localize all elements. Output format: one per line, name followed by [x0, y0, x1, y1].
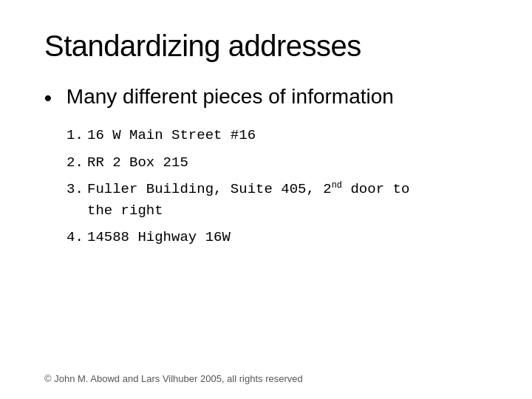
footer: © John M. Abowd and Lars Vilhuber 2005, … [44, 373, 303, 384]
numbered-list: 1. 16 W Main Street #16 2. RR 2 Box 215 … [66, 125, 488, 248]
list-item: 2. RR 2 Box 215 [66, 152, 488, 174]
list-num: 4. [66, 227, 87, 248]
bullet-dot: • [44, 86, 52, 110]
list-content: RR 2 Box 215 [87, 152, 488, 174]
list-continuation: the right [87, 202, 163, 219]
list-num: 3. [66, 179, 87, 200]
list-content: 14588 Highway 16W [87, 227, 488, 248]
list-content: 16 W Main Street #16 [87, 125, 488, 146]
list-content: Fuller Building, Suite 405, 2nd door to … [87, 179, 488, 221]
bullet-text: Many different pieces of information [66, 85, 394, 109]
slide: Standardizing addresses • Many different… [0, 0, 532, 399]
superscript: nd [332, 180, 342, 191]
list-item: 4. 14588 Highway 16W [66, 227, 488, 248]
list-num: 1. [66, 125, 87, 146]
slide-title: Standardizing addresses [44, 30, 488, 63]
list-item: 3. Fuller Building, Suite 405, 2nd door … [66, 179, 488, 221]
list-num: 2. [66, 152, 87, 174]
list-item: 1. 16 W Main Street #16 [66, 125, 488, 146]
bullet-section: • Many different pieces of information [44, 85, 488, 110]
